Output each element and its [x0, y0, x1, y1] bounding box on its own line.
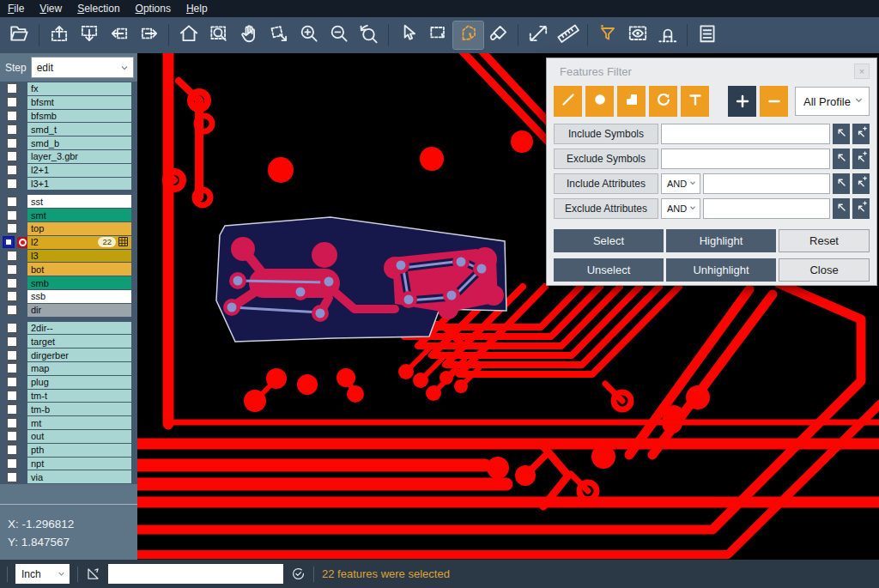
layer-label[interactable]: l222 [27, 236, 131, 249]
open-file-button[interactable] [4, 21, 34, 49]
layer-checkbox[interactable] [6, 471, 18, 483]
layer-label[interactable]: smd_b [27, 136, 131, 149]
layer-checkbox[interactable] [6, 82, 18, 94]
layer-label[interactable]: top [27, 222, 131, 235]
zoom-in-button[interactable] [294, 21, 324, 49]
layer-checkbox[interactable] [6, 376, 18, 388]
layer-label[interactable]: ssb [27, 290, 131, 303]
unhighlight-button[interactable]: Unhighlight [666, 258, 776, 282]
layer-label[interactable]: l2+1 [27, 164, 131, 177]
layer-label[interactable]: smb [27, 276, 131, 289]
layer-checkbox[interactable] [6, 110, 18, 122]
layer-label[interactable]: map [27, 362, 131, 375]
menu-selection[interactable]: Selection [70, 0, 127, 17]
pick-from-canvas-button[interactable] [833, 198, 850, 219]
report-button[interactable] [692, 21, 722, 49]
rect-select-button[interactable] [423, 21, 453, 49]
pad-feature-button[interactable] [585, 86, 614, 117]
include-symbols-input[interactable] [661, 124, 830, 144]
layer-checkbox[interactable] [6, 196, 18, 208]
pick-add-from-canvas-button[interactable] [852, 198, 870, 219]
layer-label[interactable]: 2dir-- [27, 322, 131, 335]
layer-label[interactable]: dirgerber [27, 349, 131, 361]
remove-filter-button[interactable] [760, 86, 788, 117]
polygon-select-button[interactable] [453, 21, 483, 49]
layer-label[interactable]: bot [27, 263, 131, 276]
exclude-symbols-button[interactable]: Exclude Symbols [554, 149, 658, 169]
menu-help[interactable]: Help [179, 0, 215, 17]
layer-checkbox[interactable] [6, 290, 18, 302]
layer-label[interactable]: l3 [27, 250, 131, 263]
refresh-check-icon[interactable] [291, 567, 306, 581]
home-button[interactable] [173, 21, 203, 49]
pan-down-button[interactable] [74, 21, 104, 49]
layer-label[interactable]: plug [27, 376, 131, 389]
layer-label[interactable]: dir [27, 304, 131, 317]
layer-label[interactable]: l3+1 [27, 178, 131, 191]
surface-feature-button[interactable] [617, 86, 646, 117]
layer-label[interactable]: pth [27, 444, 131, 457]
layer-checkbox[interactable] [6, 164, 18, 176]
layer-checkbox[interactable] [6, 150, 18, 162]
layer-checkbox[interactable] [6, 362, 18, 374]
pick-add-from-canvas-button[interactable] [852, 173, 870, 194]
menu-view[interactable]: View [32, 0, 70, 17]
layer-checkbox[interactable] [6, 277, 18, 289]
select-button[interactable]: Select [554, 229, 664, 252]
exclude-attributes-input[interactable] [703, 198, 830, 219]
layer-display-button[interactable] [622, 21, 652, 49]
highlight-button[interactable]: Highlight [666, 229, 776, 252]
layer-checkbox[interactable] [6, 390, 18, 402]
layer-checkbox[interactable] [6, 336, 18, 348]
zoom-previous-button[interactable] [354, 21, 384, 49]
layer-label[interactable]: mt [27, 416, 131, 429]
layer-checkbox[interactable] [6, 222, 18, 234]
close-icon[interactable]: × [854, 64, 870, 79]
layer-label[interactable]: bfsmt [27, 96, 131, 109]
exclude-attributes-button[interactable]: Exclude Attributes [554, 198, 658, 219]
layer-label[interactable]: smt [27, 209, 131, 221]
menu-file[interactable]: File [0, 0, 32, 17]
pick-from-canvas-button[interactable] [833, 173, 850, 194]
layer-checkbox[interactable] [6, 322, 18, 334]
layer-label[interactable]: smd_t [27, 123, 131, 136]
pan-hand-button[interactable] [233, 21, 264, 49]
drag-zoom-button[interactable] [264, 21, 294, 49]
include-symbols-button[interactable]: Include Symbols [554, 124, 658, 144]
include-attributes-input[interactable] [703, 173, 830, 194]
layer-label[interactable]: bfsmb [27, 110, 131, 123]
measure-line-button[interactable] [523, 21, 553, 49]
profile-dropdown[interactable]: All Profile [795, 87, 870, 116]
pan-left-button[interactable] [104, 21, 134, 49]
layer-checkbox[interactable] [6, 178, 18, 190]
exclude-symbols-input[interactable] [661, 149, 830, 169]
command-input[interactable] [108, 564, 283, 584]
layer-label[interactable]: out [27, 430, 131, 443]
pan-right-button[interactable] [134, 21, 164, 49]
unselect-button[interactable]: Unselect [554, 258, 664, 282]
layer-label[interactable]: fx [27, 82, 131, 95]
layer-checkbox[interactable] [6, 403, 18, 415]
pick-from-canvas-button[interactable] [833, 149, 850, 169]
layer-checkbox[interactable] [6, 209, 18, 221]
select-cursor-button[interactable] [393, 21, 423, 49]
pick-add-from-canvas-button[interactable] [852, 149, 870, 169]
layer-checkbox[interactable] [6, 458, 18, 470]
layer-checkbox[interactable] [6, 250, 18, 262]
pan-up-button[interactable] [44, 21, 74, 49]
add-filter-button[interactable] [728, 86, 756, 117]
layer-checkbox[interactable] [6, 430, 18, 442]
units-dropdown[interactable]: Inch [15, 564, 70, 584]
layer-label[interactable]: target [27, 335, 131, 348]
arc-feature-button[interactable] [649, 86, 677, 117]
zoom-out-button[interactable] [324, 21, 354, 49]
layer-label[interactable]: npt [27, 458, 131, 470]
layer-label[interactable]: layer_3.gbr [27, 150, 131, 163]
layer-checkbox[interactable] [6, 137, 18, 149]
layer-checkbox[interactable] [6, 417, 18, 429]
layer-checkbox[interactable] [6, 444, 18, 456]
layer-checkbox[interactable] [6, 349, 18, 361]
layer-label[interactable]: tm-b [27, 403, 131, 415]
and-or-dropdown[interactable]: AND [661, 173, 700, 194]
corner-measure-icon[interactable] [86, 567, 100, 581]
